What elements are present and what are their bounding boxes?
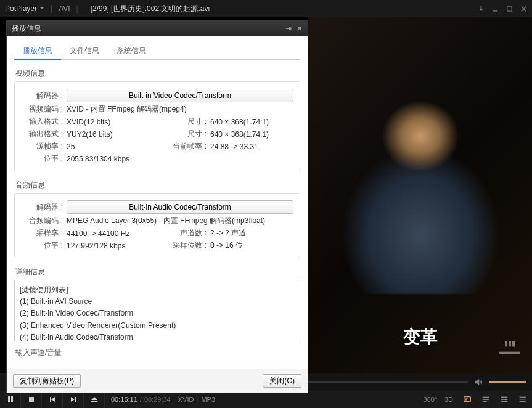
tab-playback-info[interactable]: 播放信息 xyxy=(14,43,61,59)
value-channels: 2 -> 2 声道 xyxy=(210,228,293,239)
tab-system-info[interactable]: 系统信息 xyxy=(108,43,155,59)
value-inputfmt: XVID(12 bits) xyxy=(67,118,110,126)
video-content: 变革 ▮▮▮▬▬▬ xyxy=(308,17,532,373)
video-section-title: 视频信息 xyxy=(14,68,300,79)
file-title: [2/99] [世界历史].002.文明的起源.avi xyxy=(91,4,210,14)
chevron-down-icon xyxy=(39,6,44,11)
value-sampbits: 0 -> 16 位 xyxy=(210,240,293,251)
playlist-button[interactable] xyxy=(477,395,495,404)
video-viewport[interactable]: 变革 ▮▮▮▬▬▬ xyxy=(308,17,532,373)
label-decoder: 解码器 : xyxy=(21,91,63,101)
close-button[interactable] xyxy=(520,6,527,12)
filter-item: (3) Enhanced Video Renderer(Custom Prese… xyxy=(20,320,295,332)
svg-rect-17 xyxy=(520,397,526,398)
value-aencoding: MPEG Audio Layer 3(0x55) - 内置 FFmpeg 解码器… xyxy=(67,216,265,226)
label-outputfmt: 输出格式 : xyxy=(21,129,63,139)
filter-item: (4) Built-in Audio Codec/Transform xyxy=(20,332,295,341)
volume-icon[interactable] xyxy=(474,378,483,386)
svg-rect-3 xyxy=(11,396,13,402)
minimize-button[interactable] xyxy=(492,6,499,12)
svg-rect-2 xyxy=(8,396,10,402)
value-outputfmt: YUY2(16 bits) xyxy=(67,130,113,139)
value-curfps: 24.88 -> 33.31 xyxy=(210,142,293,151)
subtitle-button[interactable] xyxy=(458,395,477,404)
label-abitrate: 位率 : xyxy=(21,240,63,251)
divider: | xyxy=(51,4,52,13)
audio-section-title: 音频信息 xyxy=(14,180,300,190)
audio-section: 解码器 : Built-in Audio Codec/Transform 音频编… xyxy=(14,193,300,258)
format-label: AVI xyxy=(59,4,70,13)
app-menu[interactable]: PotPlayer xyxy=(5,4,44,13)
svg-rect-0 xyxy=(493,10,497,11)
label-size1: 尺寸 : xyxy=(170,116,207,127)
title-bar: PotPlayer | AVI | [2/99] [世界历史].002.文明的起… xyxy=(0,0,532,17)
value-vbitrate: 2055.83/1304 kbps xyxy=(67,155,129,163)
prev-button[interactable] xyxy=(42,391,63,408)
input-section-title: 输入声道/音量 xyxy=(14,348,300,358)
panel-tabs: 播放信息 文件信息 系统信息 xyxy=(14,43,300,60)
volume-progress xyxy=(489,381,526,383)
window-controls xyxy=(478,6,527,12)
panel-title: 播放信息 xyxy=(12,23,41,34)
label-sampbits: 采样位数 : xyxy=(170,240,207,251)
3d-button[interactable]: 3D xyxy=(440,396,458,403)
value-vencoding: XVID - 内置 FFmpeg 解码器(mpeg4) xyxy=(67,104,187,115)
label-channels: 声道数 : xyxy=(170,228,207,239)
svg-rect-10 xyxy=(483,401,487,402)
pin-button[interactable] xyxy=(478,6,485,12)
vr360-button[interactable]: 360° xyxy=(421,396,440,403)
filter-list[interactable]: [滤镜使用列表] (1) Built-in AVI Source (2) Bui… xyxy=(14,280,300,341)
time-current: 00:15:11 xyxy=(111,396,137,403)
filter-header: [滤镜使用列表] xyxy=(20,284,295,296)
time-total: 00:29:34 xyxy=(144,396,171,403)
copy-clipboard-button[interactable]: 复制到剪贴板(P) xyxy=(13,374,81,388)
svg-rect-4 xyxy=(29,397,34,402)
svg-rect-19 xyxy=(520,401,526,402)
close-button[interactable]: 关闭(C) xyxy=(263,374,301,388)
label-adecoder: 解码器 : xyxy=(21,202,63,213)
label-aencoding: 音频编码 : xyxy=(21,216,63,226)
menu-button[interactable] xyxy=(514,395,532,404)
svg-point-15 xyxy=(505,399,507,401)
svg-point-16 xyxy=(503,401,505,402)
label-srcfps: 源帧率 : xyxy=(21,141,63,152)
close-panel-icon[interactable]: ✕ xyxy=(297,24,303,33)
video-codec-chip[interactable]: XVID xyxy=(178,396,194,403)
label-size2: 尺寸 : xyxy=(170,129,207,139)
eject-button[interactable] xyxy=(84,391,105,408)
audio-decoder-button[interactable]: Built-in Audio Codec/Transform xyxy=(67,200,293,214)
next-button[interactable] xyxy=(63,391,84,408)
pin-panel-icon[interactable]: ⇥ xyxy=(285,24,292,33)
stop-button[interactable] xyxy=(21,391,42,408)
detail-section-title: 详细信息 xyxy=(14,267,300,277)
label-samprate: 采样率 : xyxy=(21,228,63,239)
app-name-label: PotPlayer xyxy=(5,4,37,13)
pause-button[interactable] xyxy=(0,391,21,408)
label-vencoding: 视频编码 : xyxy=(21,104,63,115)
panel-footer: 复制到剪贴板(P) 关闭(C) xyxy=(7,369,308,393)
filter-item: (2) Built-in Video Codec/Transform xyxy=(20,308,295,319)
settings-button[interactable] xyxy=(495,395,514,404)
video-decoder-button[interactable]: Built-in Video Codec/Transform xyxy=(67,89,293,102)
value-size1: 640 × 368(1.74:1) xyxy=(210,118,293,126)
panel-header[interactable]: 播放信息 ⇥ ✕ xyxy=(7,20,308,36)
value-size2: 640 × 368(1.74:1) xyxy=(210,130,293,139)
divider: | xyxy=(76,4,78,13)
control-bar: 00:15:11 / 00:29:34 XVID MP3 360° 3D xyxy=(0,391,532,408)
time-separator: / xyxy=(140,396,142,403)
volume-slider[interactable] xyxy=(489,381,526,383)
maximize-button[interactable] xyxy=(506,6,513,12)
label-vbitrate: 位率 : xyxy=(21,153,63,164)
tab-file-info[interactable]: 文件信息 xyxy=(61,43,108,59)
playback-info-panel: 播放信息 ⇥ ✕ 播放信息 文件信息 系统信息 视频信息 解码器 : Built… xyxy=(6,20,308,393)
label-inputfmt: 输入格式 : xyxy=(21,116,63,127)
svg-rect-18 xyxy=(520,399,526,399)
value-samprate: 44100 -> 44100 Hz xyxy=(67,229,129,238)
panel-body: 播放信息 文件信息 系统信息 视频信息 解码器 : Built-in Video… xyxy=(7,36,308,369)
svg-rect-9 xyxy=(483,399,489,400)
value-abitrate: 127.992/128 kbps xyxy=(67,242,125,250)
svg-rect-1 xyxy=(507,6,512,10)
audio-codec-chip[interactable]: MP3 xyxy=(201,396,215,403)
label-curfps: 当前帧率 : xyxy=(170,141,207,152)
svg-point-14 xyxy=(502,396,504,398)
